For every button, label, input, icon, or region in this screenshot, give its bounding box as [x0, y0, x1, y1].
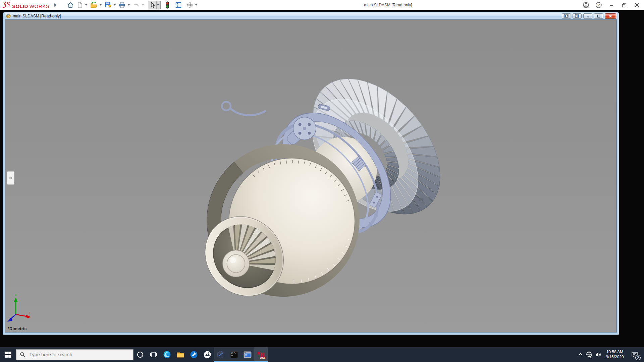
save-icon — [105, 2, 112, 8]
close-app-button[interactable] — [633, 1, 641, 9]
new-document-button[interactable] — [75, 1, 84, 9]
home-icon — [67, 2, 74, 8]
restore-button[interactable] — [621, 1, 628, 9]
engine-model: x — [5, 20, 616, 332]
undo-button[interactable] — [132, 1, 141, 9]
start-button[interactable] — [0, 347, 16, 362]
svg-text:S: S — [257, 351, 260, 356]
document-titlebar[interactable]: main.SLDASM [Read-only] — [5, 12, 617, 19]
taskbar-item-hexagon-app[interactable] — [214, 347, 227, 362]
edge-icon — [163, 350, 171, 359]
doc-close-button[interactable] — [605, 13, 616, 19]
home-button[interactable] — [66, 1, 75, 9]
svg-text:C:\: C:\ — [231, 352, 236, 355]
hose-loop — [222, 102, 231, 110]
taskbar-search[interactable] — [16, 349, 133, 360]
pane-right-button[interactable] — [573, 13, 582, 19]
taskbar-item-window-app[interactable] — [241, 347, 254, 362]
doc-close-icon — [608, 14, 612, 18]
taskbar-item-solidworks[interactable]: S W 2020 — [254, 347, 268, 362]
solidworks-mark-icon: ƷS — [3, 1, 11, 8]
minimize-icon — [609, 2, 614, 8]
open-button[interactable] — [89, 1, 99, 9]
quick-access-toolbar — [66, 1, 199, 9]
brand-expand-arrow-icon[interactable] — [54, 3, 57, 7]
taskbar-item-support-tool[interactable] — [187, 347, 201, 362]
app-titlebar: ƷS SOLIDWORKS — [0, 0, 644, 10]
gear-icon — [186, 2, 193, 8]
svg-text:x: x — [29, 311, 31, 314]
restore-icon — [622, 2, 627, 8]
doc-minimize-button[interactable] — [583, 13, 592, 19]
close-icon — [634, 2, 640, 8]
open-dropdown[interactable] — [100, 4, 102, 6]
select-tool-button[interactable] — [148, 1, 156, 9]
svg-text:2020: 2020 — [260, 357, 265, 359]
file-explorer-icon — [176, 350, 185, 359]
cortana-icon — [136, 351, 144, 359]
svg-text:W: W — [260, 352, 265, 357]
taskbar-item-task-view[interactable] — [147, 347, 160, 362]
pane-left-icon — [564, 14, 569, 18]
doc-restore-icon — [597, 14, 601, 18]
new-document-icon — [76, 2, 83, 8]
taskbar: C:\ S W 2020 — [0, 347, 644, 362]
account-icon — [583, 2, 589, 8]
options-list-icon — [175, 2, 182, 8]
settings-dropdown[interactable] — [195, 4, 197, 6]
action-center-button[interactable]: 2 — [627, 347, 642, 362]
taskbar-item-file-explorer[interactable] — [174, 347, 187, 362]
tray-network-button[interactable] — [585, 347, 594, 362]
help-icon: ? — [595, 2, 602, 8]
settings-button[interactable] — [185, 1, 194, 9]
clock-date: 9/16/2020 — [604, 355, 626, 360]
help-button[interactable]: ? — [595, 1, 602, 9]
taskbar-item-cortana[interactable] — [133, 347, 147, 362]
taskbar-item-photos[interactable] — [201, 347, 214, 362]
search-input[interactable] — [29, 352, 130, 358]
featuremanager-collapse-tab[interactable] — [7, 171, 14, 185]
graphics-viewport[interactable]: x *Dimetric — [5, 19, 617, 333]
globe-no-internet-icon — [586, 351, 593, 358]
select-tool-dropdown[interactable] — [156, 1, 160, 9]
minimize-button[interactable] — [608, 1, 615, 9]
taskbar-item-command-prompt[interactable]: C:\ — [227, 347, 241, 362]
options-list-button[interactable] — [174, 1, 183, 9]
document-window: main.SLDASM [Read-only] — [3, 12, 619, 335]
tray-chevron-button[interactable] — [576, 347, 585, 362]
taskbar-item-edge[interactable] — [160, 347, 174, 362]
svg-text:?: ? — [598, 3, 600, 7]
save-button[interactable] — [104, 1, 113, 9]
wrench-circle-icon — [190, 350, 198, 359]
titlebar-controls: ? — [582, 1, 641, 9]
hose — [230, 108, 266, 115]
tray-volume-button[interactable] — [594, 347, 602, 362]
command-prompt-icon: C:\ — [230, 350, 238, 359]
brand-bold: SOLID — [12, 3, 28, 9]
system-tray: 10:58 AM 9/16/2020 2 — [576, 347, 644, 362]
pane-right-icon — [575, 14, 579, 18]
pane-left-button[interactable] — [562, 13, 571, 19]
cone-tip — [223, 250, 250, 277]
select-tool-group — [148, 1, 161, 9]
account-button[interactable] — [582, 1, 590, 9]
rebuild-button[interactable] — [164, 1, 171, 9]
photos-icon — [203, 350, 212, 359]
undo-dropdown[interactable] — [142, 4, 144, 6]
taskbar-clock[interactable]: 10:58 AM 9/16/2020 — [602, 350, 627, 360]
print-button[interactable] — [118, 1, 127, 9]
desktop: main.SLDASM [Read-only] — [0, 10, 644, 347]
document-window-controls — [562, 13, 616, 19]
new-document-dropdown[interactable] — [85, 4, 87, 6]
doc-restore-button[interactable] — [594, 13, 603, 19]
print-dropdown[interactable] — [128, 4, 130, 6]
brand-light: WORKS — [30, 3, 50, 9]
save-dropdown[interactable] — [114, 4, 116, 6]
windows-start-icon — [5, 352, 11, 358]
solidworks-taskbar-icon: S W 2020 — [256, 350, 266, 360]
open-folder-icon — [90, 2, 98, 8]
doc-minimize-icon — [586, 14, 590, 18]
search-icon — [20, 352, 25, 358]
window-app-icon — [243, 350, 252, 359]
cursor-icon — [149, 2, 155, 8]
